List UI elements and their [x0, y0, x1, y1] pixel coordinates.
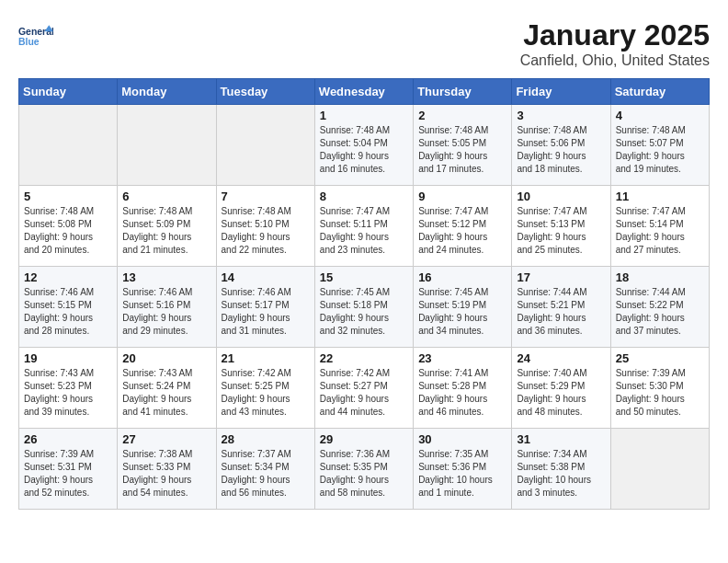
day-info: Sunrise: 7:47 AM Sunset: 5:11 PM Dayligh… [320, 205, 408, 257]
day-number: 17 [517, 270, 605, 284]
calendar-cell: 8Sunrise: 7:47 AM Sunset: 5:11 PM Daylig… [314, 186, 413, 267]
day-info: Sunrise: 7:48 AM Sunset: 5:05 PM Dayligh… [418, 124, 506, 176]
calendar-cell: 14Sunrise: 7:46 AM Sunset: 5:17 PM Dayli… [216, 267, 314, 348]
day-info: Sunrise: 7:47 AM Sunset: 5:13 PM Dayligh… [517, 205, 605, 257]
calendar-cell: 29Sunrise: 7:36 AM Sunset: 5:35 PM Dayli… [314, 429, 413, 510]
day-info: Sunrise: 7:44 AM Sunset: 5:22 PM Dayligh… [616, 286, 704, 338]
calendar-cell: 2Sunrise: 7:48 AM Sunset: 5:05 PM Daylig… [414, 105, 512, 186]
calendar-cell: 23Sunrise: 7:41 AM Sunset: 5:28 PM Dayli… [414, 348, 512, 429]
day-number: 6 [122, 190, 210, 203]
day-info: Sunrise: 7:46 AM Sunset: 5:16 PM Dayligh… [122, 286, 210, 338]
day-info: Sunrise: 7:37 AM Sunset: 5:34 PM Dayligh… [222, 448, 310, 500]
logo-graphic-icon: General Blue [18, 18, 53, 53]
day-info: Sunrise: 7:48 AM Sunset: 5:04 PM Dayligh… [320, 124, 408, 176]
day-info: Sunrise: 7:38 AM Sunset: 5:33 PM Dayligh… [122, 448, 210, 500]
day-number: 22 [320, 351, 408, 365]
day-number: 11 [616, 190, 704, 203]
calendar-cell: 24Sunrise: 7:40 AM Sunset: 5:29 PM Dayli… [512, 348, 610, 429]
calendar-cell [118, 105, 216, 186]
day-info: Sunrise: 7:46 AM Sunset: 5:17 PM Dayligh… [222, 286, 310, 338]
weekday-header-wednesday: Wednesday [314, 79, 413, 105]
day-number: 23 [418, 351, 506, 365]
weekday-header-monday: Monday [118, 79, 216, 105]
day-number: 9 [418, 190, 506, 203]
day-info: Sunrise: 7:47 AM Sunset: 5:12 PM Dayligh… [418, 205, 506, 257]
calendar-cell: 17Sunrise: 7:44 AM Sunset: 5:21 PM Dayli… [512, 267, 610, 348]
weekday-header-thursday: Thursday [414, 79, 512, 105]
day-info: Sunrise: 7:48 AM Sunset: 5:07 PM Dayligh… [616, 124, 704, 176]
weekday-header-sunday: Sunday [19, 79, 118, 105]
day-info: Sunrise: 7:40 AM Sunset: 5:29 PM Dayligh… [517, 367, 605, 419]
calendar-cell: 27Sunrise: 7:38 AM Sunset: 5:33 PM Dayli… [118, 429, 216, 510]
svg-text:Blue: Blue [18, 37, 40, 47]
calendar-week-0: 1Sunrise: 7:48 AM Sunset: 5:04 PM Daylig… [19, 105, 710, 186]
day-number: 30 [418, 432, 506, 446]
calendar-cell: 12Sunrise: 7:46 AM Sunset: 5:15 PM Dayli… [19, 267, 118, 348]
calendar-cell: 31Sunrise: 7:34 AM Sunset: 5:38 PM Dayli… [512, 429, 610, 510]
calendar-cell: 16Sunrise: 7:45 AM Sunset: 5:19 PM Dayli… [414, 267, 512, 348]
day-info: Sunrise: 7:47 AM Sunset: 5:14 PM Dayligh… [616, 205, 704, 257]
calendar-cell: 11Sunrise: 7:47 AM Sunset: 5:14 PM Dayli… [610, 186, 709, 267]
page-header: General Blue January 2025 Canfield, Ohio… [18, 18, 710, 69]
calendar-cell: 30Sunrise: 7:35 AM Sunset: 5:36 PM Dayli… [414, 429, 512, 510]
day-number: 16 [418, 270, 506, 284]
day-number: 21 [222, 351, 310, 365]
title-area: January 2025 Canfield, Ohio, United Stat… [520, 18, 710, 69]
calendar-cell: 7Sunrise: 7:48 AM Sunset: 5:10 PM Daylig… [216, 186, 314, 267]
day-info: Sunrise: 7:45 AM Sunset: 5:18 PM Dayligh… [320, 286, 408, 338]
day-info: Sunrise: 7:43 AM Sunset: 5:23 PM Dayligh… [24, 367, 112, 419]
day-number: 28 [222, 432, 310, 446]
calendar-cell: 15Sunrise: 7:45 AM Sunset: 5:18 PM Dayli… [314, 267, 413, 348]
calendar-cell: 28Sunrise: 7:37 AM Sunset: 5:34 PM Dayli… [216, 429, 314, 510]
calendar-week-4: 26Sunrise: 7:39 AM Sunset: 5:31 PM Dayli… [19, 429, 710, 510]
day-number: 15 [320, 270, 408, 284]
logo: General Blue [18, 18, 53, 53]
day-info: Sunrise: 7:42 AM Sunset: 5:27 PM Dayligh… [320, 367, 408, 419]
day-number: 12 [24, 270, 112, 284]
day-info: Sunrise: 7:39 AM Sunset: 5:30 PM Dayligh… [616, 367, 704, 419]
calendar-cell: 19Sunrise: 7:43 AM Sunset: 5:23 PM Dayli… [19, 348, 118, 429]
calendar-cell: 26Sunrise: 7:39 AM Sunset: 5:31 PM Dayli… [19, 429, 118, 510]
calendar-cell: 25Sunrise: 7:39 AM Sunset: 5:30 PM Dayli… [610, 348, 709, 429]
month-title: January 2025 [520, 18, 710, 52]
day-info: Sunrise: 7:36 AM Sunset: 5:35 PM Dayligh… [320, 448, 408, 500]
day-number: 10 [517, 190, 605, 203]
day-info: Sunrise: 7:43 AM Sunset: 5:24 PM Dayligh… [122, 367, 210, 419]
day-number: 2 [418, 109, 506, 122]
day-number: 20 [122, 351, 210, 365]
day-number: 19 [24, 351, 112, 365]
day-number: 24 [517, 351, 605, 365]
calendar-week-1: 5Sunrise: 7:48 AM Sunset: 5:08 PM Daylig… [19, 186, 710, 267]
day-number: 18 [616, 270, 704, 284]
calendar-cell: 6Sunrise: 7:48 AM Sunset: 5:09 PM Daylig… [118, 186, 216, 267]
day-number: 7 [222, 190, 310, 203]
calendar-cell: 20Sunrise: 7:43 AM Sunset: 5:24 PM Dayli… [118, 348, 216, 429]
day-info: Sunrise: 7:48 AM Sunset: 5:09 PM Dayligh… [122, 205, 210, 257]
calendar-cell: 5Sunrise: 7:48 AM Sunset: 5:08 PM Daylig… [19, 186, 118, 267]
calendar-cell: 22Sunrise: 7:42 AM Sunset: 5:27 PM Dayli… [314, 348, 413, 429]
day-info: Sunrise: 7:48 AM Sunset: 5:08 PM Dayligh… [24, 205, 112, 257]
day-number: 1 [320, 109, 408, 122]
day-number: 8 [320, 190, 408, 203]
calendar-cell: 10Sunrise: 7:47 AM Sunset: 5:13 PM Dayli… [512, 186, 610, 267]
calendar-week-3: 19Sunrise: 7:43 AM Sunset: 5:23 PM Dayli… [19, 348, 710, 429]
calendar-cell: 3Sunrise: 7:48 AM Sunset: 5:06 PM Daylig… [512, 105, 610, 186]
day-info: Sunrise: 7:34 AM Sunset: 5:38 PM Dayligh… [517, 448, 605, 500]
calendar-cell: 18Sunrise: 7:44 AM Sunset: 5:22 PM Dayli… [610, 267, 709, 348]
day-info: Sunrise: 7:39 AM Sunset: 5:31 PM Dayligh… [24, 448, 112, 500]
calendar-cell: 9Sunrise: 7:47 AM Sunset: 5:12 PM Daylig… [414, 186, 512, 267]
day-info: Sunrise: 7:41 AM Sunset: 5:28 PM Dayligh… [418, 367, 506, 419]
location: Canfield, Ohio, United States [520, 52, 710, 69]
calendar-week-2: 12Sunrise: 7:46 AM Sunset: 5:15 PM Dayli… [19, 267, 710, 348]
calendar-cell: 4Sunrise: 7:48 AM Sunset: 5:07 PM Daylig… [610, 105, 709, 186]
day-info: Sunrise: 7:44 AM Sunset: 5:21 PM Dayligh… [517, 286, 605, 338]
calendar-cell: 1Sunrise: 7:48 AM Sunset: 5:04 PM Daylig… [314, 105, 413, 186]
day-info: Sunrise: 7:45 AM Sunset: 5:19 PM Dayligh… [418, 286, 506, 338]
calendar-cell [216, 105, 314, 186]
day-info: Sunrise: 7:48 AM Sunset: 5:10 PM Dayligh… [222, 205, 310, 257]
day-number: 31 [517, 432, 605, 446]
weekday-header-row: SundayMondayTuesdayWednesdayThursdayFrid… [19, 79, 710, 105]
calendar-cell [19, 105, 118, 186]
weekday-header-friday: Friday [512, 79, 610, 105]
calendar-table: SundayMondayTuesdayWednesdayThursdayFrid… [18, 78, 710, 510]
